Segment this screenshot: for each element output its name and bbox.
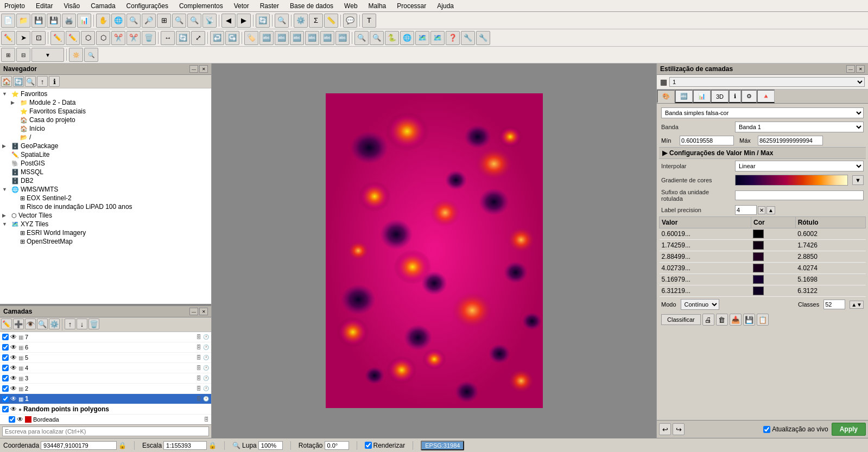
calc-btn[interactable]: Σ bbox=[309, 14, 323, 28]
layer-item-3[interactable]: 👁 ▦ 3 🗄 🕐 bbox=[0, 373, 211, 384]
gradient-dropdown-btn[interactable]: ▼ bbox=[852, 175, 864, 185]
nav-home-btn[interactable]: 🏠 bbox=[1, 76, 12, 87]
tab-transform[interactable]: ⚙ bbox=[741, 90, 757, 103]
map-btn[interactable]: 🗺️ bbox=[415, 31, 429, 45]
classify-btn[interactable]: Classificar bbox=[661, 314, 701, 325]
label-btn4[interactable]: 🔤 bbox=[290, 31, 304, 45]
menu-configuracoes[interactable]: Configurações bbox=[124, 2, 170, 10]
layer-check-4[interactable] bbox=[2, 365, 9, 371]
label-btn1[interactable]: 🏷️ bbox=[244, 31, 258, 45]
draw6-btn[interactable]: ✂️ bbox=[126, 31, 141, 45]
label-btn7[interactable]: 🔤 bbox=[335, 31, 350, 45]
menu-web[interactable]: Web bbox=[342, 2, 359, 10]
search-input[interactable] bbox=[2, 426, 209, 436]
classes-input[interactable] bbox=[823, 300, 845, 309]
menu-processar[interactable]: Processar bbox=[395, 2, 428, 10]
tree-item-module2[interactable]: ▶ 📁 Module 2 - Data bbox=[10, 98, 210, 107]
tree-item-eox[interactable]: ⊞ EOX Sentinel-2 bbox=[10, 194, 210, 202]
import-classify-btn[interactable]: 📥 bbox=[730, 314, 742, 326]
nav-collapse-btn[interactable]: ↑ bbox=[37, 76, 48, 87]
tree-item-risco[interactable]: ⊞ Risco de inundação LiPAD 100 anos bbox=[10, 202, 210, 211]
nav-info-btn[interactable]: ℹ bbox=[49, 76, 60, 87]
color-table-row-2[interactable]: 2.88499... 2.8850 bbox=[660, 251, 866, 263]
redo-btn[interactable]: ↪️ bbox=[225, 31, 239, 45]
tree-item-casa-projeto[interactable]: 🏠 Casa do projeto bbox=[10, 116, 210, 124]
tree-item-favoritos[interactable]: ▼ ⭐ Favoritos bbox=[1, 90, 210, 98]
coordinate-input[interactable] bbox=[41, 441, 117, 450]
layer-check-random[interactable] bbox=[2, 406, 9, 412]
magnifier-input[interactable] bbox=[258, 441, 283, 450]
pan2-btn[interactable]: 📡 bbox=[202, 14, 217, 28]
color-swatch-cell-0[interactable] bbox=[751, 228, 795, 240]
menu-camada[interactable]: Camada bbox=[88, 2, 117, 10]
menu-base-dados[interactable]: Base de dados bbox=[288, 2, 335, 10]
mode-select[interactable]: Contínuo bbox=[681, 299, 719, 310]
menu-malha[interactable]: Malha bbox=[366, 2, 389, 10]
layer-add-btn[interactable]: ➕ bbox=[13, 319, 24, 329]
layer-check-5[interactable] bbox=[2, 354, 9, 361]
undo-btn[interactable]: ↩️ bbox=[210, 31, 224, 45]
layers-minimize-btn[interactable]: — bbox=[189, 308, 198, 315]
config-section[interactable]: ▶ Configurações de Valor Min / Max bbox=[659, 147, 866, 159]
color-swatch-cell-2[interactable] bbox=[751, 251, 795, 263]
step-up-btn[interactable]: ▲ bbox=[766, 206, 775, 214]
open-btn[interactable]: 📁 bbox=[16, 14, 30, 28]
renderer-select[interactable]: Banda simples falsa-cor bbox=[661, 107, 864, 118]
snap-btn2[interactable]: ⊟ bbox=[16, 48, 30, 62]
style-layer-dropdown[interactable]: 1 bbox=[669, 77, 865, 87]
layer-vis-btn[interactable]: 👁️ bbox=[25, 319, 36, 329]
menu-vetor[interactable]: Vetor bbox=[232, 2, 251, 10]
color-swatch-0[interactable] bbox=[753, 230, 764, 238]
layer-item-7[interactable]: 👁 ▦ 7 🗄 🕐 bbox=[0, 332, 211, 342]
tree-item-geopackage[interactable]: ▶ 🗄️ GeoPackage bbox=[1, 142, 210, 150]
deselect-btn[interactable]: ⊡ bbox=[31, 31, 46, 45]
zoom-in-btn[interactable]: 🔍 bbox=[126, 14, 141, 28]
layer-item-5[interactable]: 👁 ▦ 5 🗄 🕐 bbox=[0, 353, 211, 363]
layer-check-bordeada[interactable] bbox=[9, 416, 15, 423]
print2-btn[interactable]: 📊 bbox=[77, 14, 91, 28]
tree-item-favoritos-esp[interactable]: ⭐ Favoritos Espaciais bbox=[10, 107, 210, 116]
label-precision-input[interactable] bbox=[735, 205, 757, 215]
menu-projeto[interactable]: Projeto bbox=[2, 2, 27, 10]
zoom-out-btn[interactable]: 🔎 bbox=[142, 14, 156, 28]
tree-item-inicio[interactable]: 🏠 Início bbox=[10, 124, 210, 133]
tree-item-db2[interactable]: 🗄️ DB2 bbox=[1, 176, 210, 185]
tree-item-root[interactable]: 📂 / bbox=[10, 133, 210, 142]
layer-filter-btn[interactable]: 🔍 bbox=[37, 319, 48, 329]
live-update-label[interactable]: Atualização ao vivo bbox=[763, 425, 828, 433]
save-classify-btn[interactable]: 💾 bbox=[743, 314, 755, 326]
label-btn6[interactable]: 🔤 bbox=[320, 31, 334, 45]
interp-select[interactable]: Linear bbox=[735, 161, 864, 171]
move-btn[interactable]: ↔️ bbox=[161, 31, 175, 45]
band-select[interactable]: Banda 1 bbox=[735, 122, 864, 132]
globe-btn[interactable]: 🌐 bbox=[400, 31, 414, 45]
label-btn5[interactable]: 🔤 bbox=[305, 31, 319, 45]
color-swatch-cell-3[interactable] bbox=[751, 263, 795, 274]
color-table-row-0[interactable]: 0.60019... 0.6002 bbox=[660, 228, 866, 240]
feature-info-btn[interactable]: 🔍 bbox=[275, 14, 289, 28]
layer-up-btn[interactable]: ↑ bbox=[65, 319, 75, 329]
text-btn[interactable]: T bbox=[362, 14, 376, 28]
print-classify-btn[interactable]: 🖨 bbox=[702, 314, 714, 326]
draw3-btn[interactable]: ⬡ bbox=[81, 31, 95, 45]
layer-edit-btn[interactable]: ✏️ bbox=[1, 319, 12, 329]
help-btn[interactable]: ❓ bbox=[446, 31, 460, 45]
max-input[interactable] bbox=[758, 136, 823, 145]
color-swatch-cell-1[interactable] bbox=[751, 240, 795, 251]
draw5-btn[interactable]: ✂️ bbox=[111, 31, 125, 45]
apply-button[interactable]: Apply bbox=[832, 423, 866, 436]
style-minimize-btn[interactable]: — bbox=[846, 65, 855, 73]
zoom-sel-btn[interactable]: 🔍 bbox=[172, 14, 186, 28]
settings-btn[interactable]: ⚙️ bbox=[294, 14, 308, 28]
tab-labels[interactable]: 🔤 bbox=[675, 90, 693, 103]
python-btn[interactable]: 🐍 bbox=[385, 31, 399, 45]
layer-remove-btn[interactable]: 🗑️ bbox=[88, 319, 99, 329]
layer-item-2[interactable]: 👁 ▦ 2 🗄 🕐 bbox=[0, 384, 211, 394]
color-table-row-3[interactable]: 4.02739... 4.0274 bbox=[660, 263, 866, 274]
tab-source[interactable]: ℹ bbox=[728, 90, 741, 103]
layer-item-6[interactable]: 👁 ▦ 6 🗄 🕐 bbox=[0, 342, 211, 353]
scale-input[interactable] bbox=[163, 441, 207, 450]
del-classify-btn[interactable]: 🗑 bbox=[716, 314, 728, 326]
debug2-btn[interactable]: 🔧 bbox=[476, 31, 490, 45]
style-redo-btn[interactable]: ↪ bbox=[673, 423, 685, 435]
